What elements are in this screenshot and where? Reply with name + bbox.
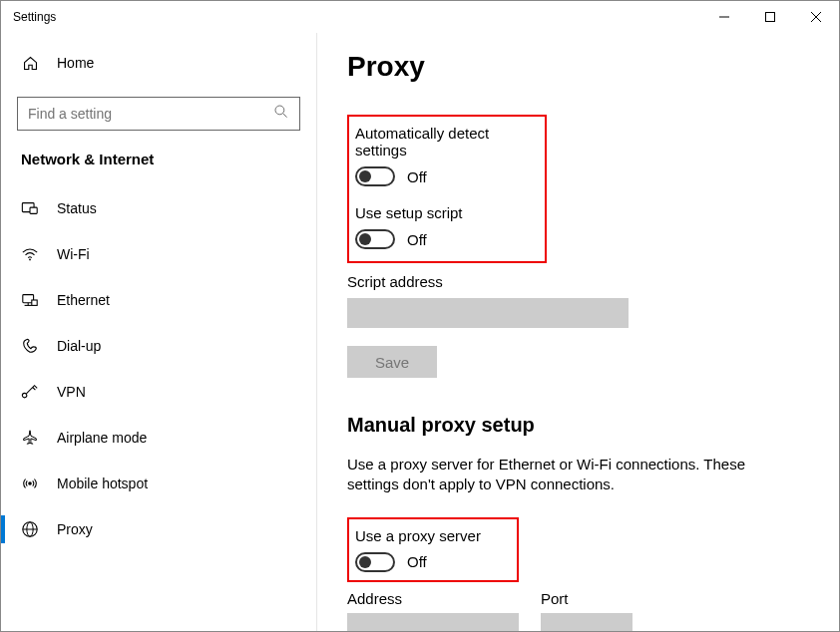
auto-detect-toggle[interactable] bbox=[355, 166, 395, 186]
main-content: Proxy Automatically detect settings Off … bbox=[316, 33, 839, 631]
svg-rect-7 bbox=[30, 207, 37, 213]
section-title: Network & Internet bbox=[1, 151, 316, 167]
sidebar-item-airplane[interactable]: Airplane mode bbox=[1, 415, 316, 461]
port-label: Port bbox=[541, 590, 632, 607]
use-proxy-label: Use a proxy server bbox=[355, 527, 507, 544]
sidebar-item-label: Mobile hotspot bbox=[57, 475, 148, 491]
home-icon bbox=[21, 55, 39, 72]
use-script-state: Off bbox=[407, 231, 427, 248]
svg-point-14 bbox=[28, 481, 32, 485]
wifi-icon bbox=[21, 245, 39, 263]
sidebar-item-proxy[interactable]: Proxy bbox=[1, 506, 316, 552]
address-input[interactable] bbox=[347, 613, 519, 632]
auto-detect-state: Off bbox=[407, 168, 427, 185]
svg-line-5 bbox=[283, 114, 287, 118]
home-label: Home bbox=[57, 55, 94, 71]
sidebar-item-vpn[interactable]: VPN bbox=[1, 369, 316, 415]
status-icon bbox=[21, 199, 39, 217]
page-title: Proxy bbox=[347, 51, 809, 83]
search-field[interactable] bbox=[28, 106, 273, 122]
use-proxy-state: Off bbox=[407, 553, 427, 570]
sidebar-item-label: Dial-up bbox=[57, 338, 101, 354]
sidebar-item-status[interactable]: Status bbox=[1, 185, 316, 231]
svg-point-8 bbox=[29, 259, 31, 261]
close-button[interactable] bbox=[793, 1, 839, 33]
sidebar-item-hotspot[interactable]: Mobile hotspot bbox=[1, 461, 316, 506]
highlight-box-proxy: Use a proxy server Off bbox=[347, 517, 519, 582]
proxy-icon bbox=[21, 520, 39, 538]
window-title: Settings bbox=[13, 10, 56, 24]
minimize-button[interactable] bbox=[701, 1, 747, 33]
save-button[interactable]: Save bbox=[347, 346, 437, 378]
svg-rect-1 bbox=[766, 13, 775, 22]
sidebar-item-label: Wi-Fi bbox=[57, 246, 90, 262]
auto-detect-label: Automatically detect settings bbox=[355, 125, 535, 158]
use-proxy-toggle[interactable] bbox=[355, 552, 395, 572]
sidebar-item-wifi[interactable]: Wi-Fi bbox=[1, 231, 316, 277]
vpn-icon bbox=[21, 383, 39, 401]
script-address-input[interactable] bbox=[347, 298, 629, 328]
maximize-button[interactable] bbox=[747, 1, 793, 33]
script-address-label: Script address bbox=[347, 273, 809, 290]
sidebar: Home Network & Internet Status Wi-Fi bbox=[1, 33, 316, 631]
hotspot-icon bbox=[21, 474, 39, 492]
use-script-label: Use setup script bbox=[355, 204, 535, 221]
svg-point-4 bbox=[275, 106, 284, 115]
sidebar-item-dialup[interactable]: Dial-up bbox=[1, 323, 316, 369]
search-icon bbox=[273, 104, 289, 124]
svg-rect-12 bbox=[32, 300, 37, 305]
address-label: Address bbox=[347, 590, 519, 607]
sidebar-item-label: VPN bbox=[57, 384, 86, 400]
ethernet-icon bbox=[21, 291, 39, 309]
highlight-box-auto: Automatically detect settings Off Use se… bbox=[347, 115, 547, 263]
dialup-icon bbox=[21, 337, 39, 355]
titlebar: Settings bbox=[1, 1, 839, 33]
home-link[interactable]: Home bbox=[1, 43, 316, 83]
sidebar-item-label: Ethernet bbox=[57, 292, 110, 308]
airplane-icon bbox=[21, 429, 39, 447]
sidebar-item-label: Airplane mode bbox=[57, 430, 147, 446]
use-script-toggle[interactable] bbox=[355, 229, 395, 249]
search-input[interactable] bbox=[17, 97, 300, 131]
port-input[interactable] bbox=[541, 613, 632, 632]
svg-point-13 bbox=[22, 393, 27, 398]
manual-heading: Manual proxy setup bbox=[347, 414, 809, 437]
sidebar-item-ethernet[interactable]: Ethernet bbox=[1, 277, 316, 323]
sidebar-item-label: Status bbox=[57, 200, 97, 216]
sidebar-item-label: Proxy bbox=[57, 521, 93, 537]
manual-description: Use a proxy server for Ethernet or Wi-Fi… bbox=[347, 455, 786, 495]
